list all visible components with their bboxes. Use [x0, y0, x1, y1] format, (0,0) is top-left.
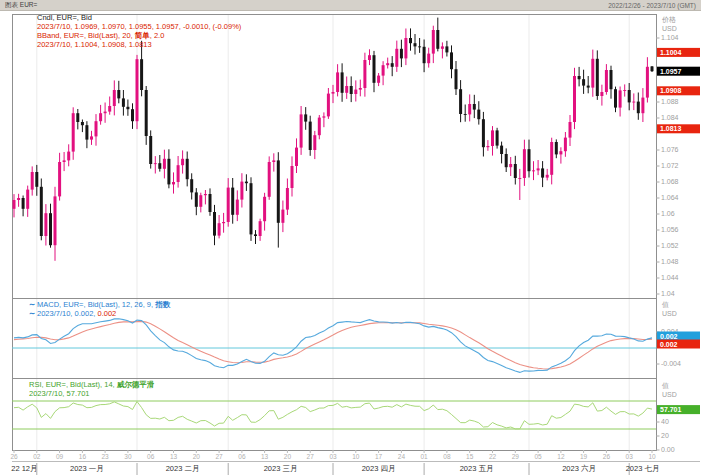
svg-text:01: 01 — [420, 453, 428, 460]
svg-text:2023 三月: 2023 三月 — [264, 464, 298, 473]
svg-text:22: 22 — [489, 453, 497, 460]
svg-text:20: 20 — [284, 453, 292, 460]
svg-text:1.1004: 1.1004 — [660, 49, 682, 56]
svg-text:1.104: 1.104 — [661, 34, 679, 41]
svg-text:03: 03 — [626, 453, 634, 460]
svg-text:10: 10 — [352, 453, 360, 460]
svg-text:USD: USD — [662, 310, 677, 317]
macd-layer — [12, 319, 656, 373]
svg-text:16: 16 — [79, 453, 87, 460]
svg-text:1.052: 1.052 — [661, 242, 679, 249]
chart-window: 图表 EUR= 2022/12/26 - 2023/7/10 (GMT) 价格U… — [0, 0, 701, 476]
svg-text:0.00: 0.00 — [661, 446, 675, 453]
svg-text:1.0957: 1.0957 — [660, 68, 682, 75]
svg-text:2023 四月: 2023 四月 — [362, 464, 396, 473]
svg-text:06: 06 — [238, 453, 246, 460]
svg-text:值: 值 — [662, 382, 669, 389]
svg-text:-0.004: -0.004 — [661, 360, 681, 367]
svg-text:27: 27 — [215, 453, 223, 460]
svg-text:1.088: 1.088 — [661, 98, 679, 105]
svg-text:1.072: 1.072 — [661, 162, 679, 169]
svg-text:10: 10 — [648, 453, 656, 460]
svg-text:USD: USD — [662, 391, 677, 398]
svg-text:05: 05 — [534, 453, 542, 460]
svg-text:2023 五月: 2023 五月 — [460, 464, 494, 473]
svg-text:值: 值 — [662, 301, 669, 308]
svg-text:29: 29 — [512, 453, 520, 460]
svg-text:2023 二月: 2023 二月 — [166, 464, 200, 473]
svg-text:价格: 价格 — [661, 16, 676, 24]
svg-text:1.068: 1.068 — [661, 178, 679, 185]
svg-text:USD: USD — [662, 25, 677, 32]
svg-text:08: 08 — [443, 453, 451, 460]
svg-text:1.064: 1.064 — [661, 194, 679, 201]
svg-text:19: 19 — [580, 453, 588, 460]
svg-text:57.701: 57.701 — [660, 406, 682, 413]
svg-text:27: 27 — [307, 453, 315, 460]
svg-text:13: 13 — [170, 453, 178, 460]
svg-text:1.0908: 1.0908 — [660, 87, 682, 94]
svg-text:0.002: 0.002 — [660, 333, 678, 340]
svg-text:20: 20 — [193, 453, 201, 460]
svg-text:1.0813: 1.0813 — [660, 125, 682, 132]
svg-text:24: 24 — [398, 453, 406, 460]
svg-text:03: 03 — [329, 453, 337, 460]
svg-text:26: 26 — [10, 453, 18, 460]
svg-text:12: 12 — [557, 453, 565, 460]
svg-text:26: 26 — [603, 453, 611, 460]
svg-text:1.044: 1.044 — [661, 274, 679, 281]
svg-text:2023 六月: 2023 六月 — [562, 464, 596, 473]
price-chart-canvas[interactable]: 价格USD值USD值USD1.1041.0881.0841.0761.0721.… — [0, 0, 701, 476]
svg-text:22 12月: 22 12月 — [11, 464, 37, 473]
svg-text:02: 02 — [33, 453, 41, 460]
svg-text:15: 15 — [466, 453, 474, 460]
svg-text:30: 30 — [124, 453, 132, 460]
svg-text:20: 20 — [661, 432, 669, 439]
svg-text:1.04: 1.04 — [661, 290, 675, 297]
svg-text:09: 09 — [56, 453, 64, 460]
svg-text:2023 七月: 2023 七月 — [626, 464, 660, 473]
time-axis: 2602091623300613202706132027031017240108… — [10, 450, 659, 475]
svg-text:40: 40 — [661, 418, 669, 425]
svg-text:17: 17 — [375, 453, 383, 460]
svg-text:13: 13 — [261, 453, 269, 460]
gridlines-layer — [37, 14, 629, 450]
svg-text:06: 06 — [147, 453, 155, 460]
svg-text:1.048: 1.048 — [661, 258, 679, 265]
rsi-layer — [12, 401, 656, 429]
svg-text:1.056: 1.056 — [661, 226, 679, 233]
svg-text:1.084: 1.084 — [661, 114, 679, 121]
price-axis: 价格USD值USD值USD1.1041.0881.0841.0761.0721.… — [656, 16, 700, 453]
svg-text:1.076: 1.076 — [661, 146, 679, 153]
svg-text:23: 23 — [101, 453, 109, 460]
svg-text:2023 一月: 2023 一月 — [70, 464, 104, 473]
svg-text:1.06: 1.06 — [661, 210, 675, 217]
svg-text:0.002: 0.002 — [660, 341, 678, 348]
